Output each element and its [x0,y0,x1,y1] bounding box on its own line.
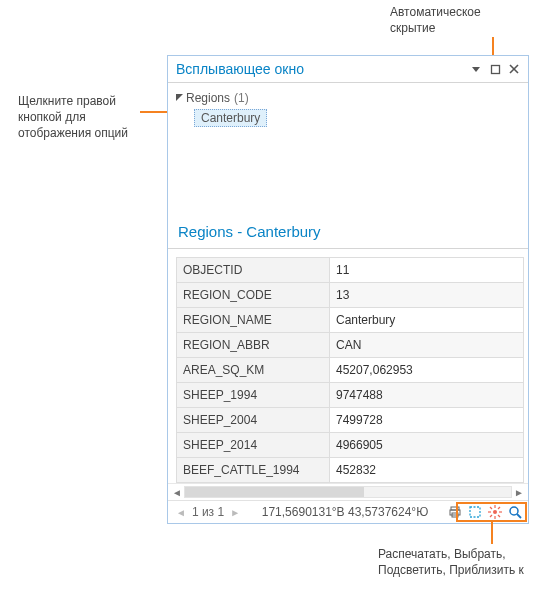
coordinates-readout: 171,5690131°В 43,5737624°Ю [242,505,448,519]
spacer [168,129,528,219]
attr-value: 452832 [330,458,524,483]
tree-root-count: (1) [234,91,249,105]
table-row[interactable]: REGION_NAMECanterbury [177,308,524,333]
svg-marker-0 [472,67,480,72]
table-row[interactable]: BEEF_CATTLE_2004532238 [177,483,524,484]
attr-name: REGION_NAME [177,308,330,333]
callout-autohide: Автоматическое скрытие [390,4,481,36]
attr-value: 9747488 [330,383,524,408]
tree-child-label: Canterbury [201,111,260,125]
scroll-thumb[interactable] [185,487,364,497]
callout-autohide-line [492,37,494,55]
tree-root-label: Regions [186,91,230,105]
attr-value: 11 [330,258,524,283]
titlebar: Всплывающее окно [168,56,528,83]
nav-next-icon[interactable]: ► [228,507,242,518]
svg-marker-4 [176,94,183,101]
attr-name: REGION_CODE [177,283,330,308]
section-title: Regions - Canterbury [168,219,528,249]
attr-name: SHEEP_2014 [177,433,330,458]
attr-value: 532238 [330,483,524,484]
attr-value: Canterbury [330,308,524,333]
tree-root-row[interactable]: Regions (1) [174,89,522,107]
attr-value: 4966905 [330,433,524,458]
attr-value: 45207,062953 [330,358,524,383]
panel-title: Всплывающее окно [176,61,465,77]
attr-name: OBJECTID [177,258,330,283]
callout-rightclick-text: Щелкните правой кнопкой для отображения … [18,94,128,140]
table-row[interactable]: OBJECTID11 [177,258,524,283]
scroll-left-icon[interactable]: ◄ [170,487,184,498]
callout-autohide-text: Автоматическое скрытие [390,5,481,35]
attribute-table: OBJECTID11REGION_CODE13REGION_NAMECanter… [176,257,524,483]
table-row[interactable]: AREA_SQ_KM45207,062953 [177,358,524,383]
restore-window-button[interactable] [487,61,503,77]
popup-panel: Всплывающее окно Regions (1) Canterbury … [167,55,529,524]
attr-name: REGION_ABBR [177,333,330,358]
tree-child-item[interactable]: Canterbury [194,109,267,127]
table-row[interactable]: SHEEP_20144966905 [177,433,524,458]
options-dropdown-button[interactable] [468,61,484,77]
svg-rect-1 [491,65,499,73]
callout-rightclick: Щелкните правой кнопкой для отображения … [18,93,128,142]
attr-value: 7499728 [330,408,524,433]
attr-name: BEEF_CATTLE_1994 [177,458,330,483]
close-button[interactable] [506,61,522,77]
attr-name: SHEEP_1994 [177,383,330,408]
scroll-track[interactable] [184,486,512,498]
callout-tools-line [491,522,493,544]
record-navigator: ◄ 1 из 1 ► [174,505,242,519]
scroll-right-icon[interactable]: ► [512,487,526,498]
attr-value: CAN [330,333,524,358]
callout-tools-text: Распечатать, Выбрать, Подсветить, Прибли… [378,547,524,577]
table-row[interactable]: REGION_CODE13 [177,283,524,308]
callout-tools: Распечатать, Выбрать, Подсветить, Прибли… [378,546,524,578]
callout-tools-box [456,502,527,522]
attr-value: 13 [330,283,524,308]
feature-tree: Regions (1) Canterbury [168,83,528,129]
attr-name: SHEEP_2004 [177,408,330,433]
record-position: 1 из 1 [192,505,224,519]
table-row[interactable]: BEEF_CATTLE_1994452832 [177,458,524,483]
attribute-table-wrap: OBJECTID11REGION_CODE13REGION_NAMECanter… [168,249,528,483]
horizontal-scrollbar[interactable]: ◄ ► [168,483,528,500]
attr-name: AREA_SQ_KM [177,358,330,383]
tree-expander-icon[interactable] [174,93,184,104]
table-row[interactable]: REGION_ABBRCAN [177,333,524,358]
nav-prev-icon[interactable]: ◄ [174,507,188,518]
table-row[interactable]: SHEEP_20047499728 [177,408,524,433]
attr-name: BEEF_CATTLE_2004 [177,483,330,484]
table-row[interactable]: SHEEP_19949747488 [177,383,524,408]
